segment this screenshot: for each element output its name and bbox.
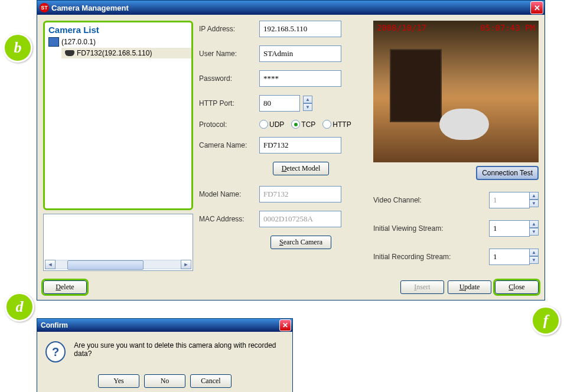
insert-button: Insert	[400, 280, 444, 294]
chevron-up-icon[interactable]: ▲	[303, 96, 312, 103]
window-close-button[interactable]: ✕	[530, 1, 543, 14]
confirm-titlebar[interactable]: Confirm ✕	[37, 319, 292, 332]
tree-camera-label: FD7132(192.168.5.110)	[77, 49, 152, 57]
confirm-no-button[interactable]: No	[144, 374, 185, 388]
scroll-thumb[interactable]	[67, 260, 144, 270]
protocol-label: Protocol:	[199, 120, 256, 129]
camera-list-header: Camera List	[45, 22, 191, 36]
chevron-down-icon[interactable]: ▼	[529, 256, 539, 264]
monitor-icon	[48, 37, 59, 47]
video-channel-input	[489, 192, 530, 208]
video-channel-spinner: ▲▼	[529, 192, 539, 208]
mac-address-label: MAC Address:	[199, 215, 256, 223]
delete-button[interactable]: Delete	[43, 280, 87, 294]
titlebar[interactable]: ST Camera Management ✕	[37, 1, 545, 15]
user-name-input[interactable]	[259, 45, 341, 62]
confirm-title: Confirm	[41, 321, 68, 329]
initial-viewing-stream-label: Initial Viewing Stream:	[373, 224, 444, 233]
question-icon: ?	[45, 341, 66, 362]
protocol-tcp-radio[interactable]: TCP	[291, 120, 315, 129]
camera-name-input[interactable]	[259, 137, 341, 153]
confirm-dialog: Confirm ✕ ? Are you sure you want to del…	[37, 318, 293, 392]
user-name-label: User Name:	[199, 50, 256, 58]
preview-scene	[373, 21, 539, 162]
protocol-http-radio[interactable]: HTTP	[322, 120, 351, 129]
protocol-http-label: HTTP	[332, 120, 351, 129]
chevron-up-icon[interactable]: ▲	[529, 249, 539, 256]
initial-recording-stream-label: Initial Recording Stream:	[373, 253, 451, 261]
confirm-close-button[interactable]: ✕	[279, 319, 291, 331]
model-name-label: Model Name:	[199, 190, 256, 198]
model-name-input	[259, 186, 341, 202]
chevron-down-icon[interactable]: ▼	[529, 228, 539, 236]
ip-address-label: IP Address:	[199, 25, 256, 33]
chevron-down-icon[interactable]: ▼	[303, 103, 312, 111]
protocol-udp-radio[interactable]: UDP	[259, 120, 284, 129]
chevron-down-icon: ▼	[529, 200, 539, 207]
chevron-up-icon[interactable]: ▲	[529, 220, 539, 228]
initial-viewing-stream-input[interactable]	[489, 220, 530, 237]
lower-list-panel: ◄ ►	[43, 214, 193, 271]
window-title: Camera Management	[51, 4, 129, 12]
update-button[interactable]: Update	[448, 280, 491, 294]
initial-recording-stream-input[interactable]	[489, 249, 530, 265]
app-icon: ST	[40, 3, 49, 12]
horizontal-scrollbar[interactable]: ◄ ►	[45, 260, 191, 269]
camera-icon	[65, 50, 74, 56]
tree-server-node[interactable]: (127.0.0.1)	[45, 36, 191, 48]
scroll-track[interactable]	[56, 260, 181, 269]
preview-date: 2008/10/17	[377, 23, 426, 32]
camera-management-window: ST Camera Management ✕ Camera List (127.…	[37, 0, 545, 300]
protocol-tcp-label: TCP	[301, 120, 315, 129]
confirm-message: Are you sure you want to delete this cam…	[74, 341, 284, 358]
tree-camera-node[interactable]: FD7132(192.168.5.110)	[61, 48, 191, 58]
preview-time: 05:07:43 PM	[480, 23, 535, 32]
callout-b: b	[3, 33, 32, 63]
ip-address-input[interactable]	[259, 21, 341, 37]
protocol-udp-label: UDP	[269, 120, 284, 129]
detect-model-button[interactable]: DDetect Modeletect Model	[273, 162, 330, 175]
initial-recording-stream-spinner[interactable]: ▲▼	[529, 249, 539, 265]
connection-test-button[interactable]: Connection Test	[476, 166, 539, 180]
search-camera-button[interactable]: Search Camera	[270, 236, 331, 249]
scroll-right-arrow-icon[interactable]: ►	[181, 260, 191, 269]
password-label: Password:	[199, 74, 256, 83]
http-port-input[interactable]	[259, 95, 300, 112]
close-button[interactable]: Close	[495, 280, 539, 294]
http-port-label: HTTP Port:	[199, 99, 256, 107]
http-port-spinner[interactable]: ▲▼	[303, 96, 312, 111]
password-input[interactable]	[259, 70, 341, 87]
chevron-up-icon: ▲	[529, 192, 539, 200]
callout-d: d	[5, 292, 34, 322]
camera-list-panel: Camera List (127.0.0.1) FD7132(192.168.5…	[43, 21, 193, 210]
video-channel-label: Video Channel:	[373, 196, 422, 204]
initial-viewing-stream-spinner[interactable]: ▲▼	[529, 220, 539, 237]
camera-preview: 2008/10/17 05:07:43 PM	[373, 21, 539, 162]
confirm-cancel-button[interactable]: Cancel	[190, 374, 232, 388]
camera-name-label: Camera Name:	[199, 141, 256, 149]
mac-address-input	[259, 211, 341, 227]
confirm-yes-button[interactable]: Yes	[98, 374, 139, 388]
tree-server-label: (127.0.0.1)	[61, 38, 96, 46]
callout-f: f	[531, 306, 560, 335]
scroll-left-arrow-icon[interactable]: ◄	[45, 260, 56, 269]
